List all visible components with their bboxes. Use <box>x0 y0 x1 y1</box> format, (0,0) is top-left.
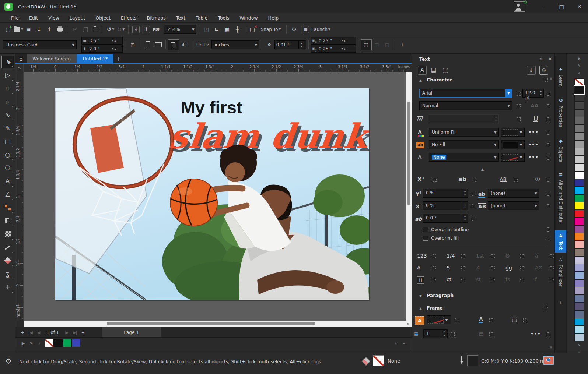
duplicate-y-spinner[interactable]: ▾ ▴ <box>340 47 347 50</box>
frame-tab-icon[interactable]: ⬚ <box>443 67 448 73</box>
units-dropdown[interactable]: inches▼ <box>211 40 259 49</box>
opentype-checkbox[interactable] <box>520 278 524 282</box>
maximize-button[interactable]: □ <box>553 0 570 13</box>
color-eyedropper-tool[interactable] <box>1 241 14 254</box>
columns-checkbox[interactable] <box>451 332 455 336</box>
menu-effects[interactable]: Effects <box>116 13 142 23</box>
frame-color-checkbox[interactable] <box>454 318 458 322</box>
palette-color-swatch[interactable] <box>574 117 584 125</box>
opentype-fi-icon[interactable]: fi <box>417 276 424 284</box>
tab-untitled-document[interactable]: Untitled-1* <box>77 54 113 63</box>
palette-color-swatch[interactable] <box>574 78 584 86</box>
outline-checkbox[interactable] <box>546 156 550 160</box>
caps-icon[interactable]: ab <box>458 176 466 183</box>
vertical-offset-spinner[interactable]: ▴▾ <box>462 189 468 197</box>
shape-tool[interactable]: ▷ <box>1 69 14 81</box>
add-command-button[interactable]: + <box>397 40 407 50</box>
vertical-scrollbar-thumb[interactable] <box>407 102 410 205</box>
menu-text[interactable]: Text <box>171 13 190 23</box>
new-document-button[interactable]: ▢ <box>3 25 13 34</box>
docker-close-icon[interactable]: ✕ <box>548 56 552 61</box>
docker-tab-properties[interactable]: ⚙Properties <box>555 98 567 127</box>
opentype-checkbox[interactable] <box>432 254 436 258</box>
palette-color-swatch[interactable] <box>574 156 584 163</box>
underline-icon[interactable]: U <box>533 115 538 123</box>
snap-disabled-button[interactable]: ▢ <box>248 25 257 34</box>
font-size-field[interactable]: 12.0 pt ▴▾ <box>522 89 544 98</box>
kerning-field[interactable]: ▴▾ <box>429 114 499 123</box>
headline-line2[interactable]: slam dunk <box>167 116 369 156</box>
vertical-offset-checkbox[interactable] <box>471 192 475 196</box>
palette-color-swatch[interactable] <box>574 133 584 140</box>
docker-collapse-icon[interactable]: » <box>540 56 543 61</box>
frame-text-fit-icon[interactable]: A <box>479 316 483 323</box>
palette-color-swatch[interactable] <box>574 179 584 187</box>
palette-color-swatch[interactable] <box>574 202 584 210</box>
nudge-distance-field[interactable]: 0.01 " ▴▾ <box>274 40 306 49</box>
smear-tool[interactable]: ʓ <box>1 268 14 280</box>
opentype-A-icon[interactable]: A <box>417 265 421 271</box>
autofit-page-button[interactable]: ◰ <box>127 40 138 50</box>
outline-width-dropdown[interactable]: None▼ <box>429 153 499 162</box>
publish-to-pdf-button[interactable]: PDF <box>152 25 161 34</box>
font-family-dropdown[interactable]: Arial▼ <box>419 89 512 98</box>
font-style-dropdown[interactable]: Normal▼ <box>419 101 512 110</box>
palette-flyout-icon[interactable]: ▶ <box>19 339 27 347</box>
open-document-button[interactable]: ▼ <box>14 25 23 34</box>
palette-color-swatch[interactable] <box>574 279 584 287</box>
palette-color-swatch[interactable] <box>574 218 584 225</box>
palette-color-swatch[interactable] <box>574 310 584 318</box>
docker-scroll-up-icon[interactable]: ▲ <box>550 76 552 80</box>
menu-bitmaps[interactable]: Bitmaps <box>142 13 171 23</box>
palette-edit-icon[interactable]: ✎ <box>574 64 584 68</box>
palette-color-swatch[interactable] <box>574 272 584 279</box>
document-page[interactable]: My first slam dunk slam dunk <box>55 88 369 300</box>
palette-color-swatch[interactable] <box>574 318 584 326</box>
ellipse-tool[interactable]: ○ <box>1 148 14 161</box>
character-angle-spinner[interactable]: ▴▾ <box>462 214 468 222</box>
palette-color-swatch[interactable] <box>574 140 584 148</box>
frame-color-picker[interactable]: ▼ <box>427 315 451 324</box>
horizontal-scrollbar-thumb[interactable] <box>107 322 315 325</box>
character-header-checkbox[interactable] <box>544 78 548 82</box>
menu-file[interactable]: File <box>6 13 24 23</box>
fill-color-swatch[interactable] <box>373 355 384 366</box>
fill-type-dropdown[interactable]: Uniform Fill▼ <box>429 128 499 137</box>
portrait-button[interactable] <box>143 40 153 50</box>
all-pages-button[interactable]: ılıı <box>179 40 189 50</box>
palette-color-swatch[interactable] <box>574 326 584 334</box>
import-button[interactable]: ↓ <box>131 25 141 34</box>
transparency-tool[interactable] <box>1 228 14 240</box>
palette-color-swatch[interactable] <box>574 148 584 156</box>
dimension-tool[interactable]: ∠ <box>1 188 14 201</box>
opentype-checkbox[interactable] <box>550 278 554 282</box>
frame-alignment-checkbox[interactable] <box>523 318 527 322</box>
open-from-cloud-button[interactable]: ↑ <box>45 25 54 34</box>
zoom-corner-icon[interactable]: ⌕ <box>405 321 411 327</box>
opentype-123-icon[interactable]: 123 <box>417 253 427 259</box>
horizontal-ruler[interactable]: inches1/401/41/23/411 1/41 1/21 3/422 1/… <box>24 64 412 72</box>
frame-header-checkbox[interactable] <box>544 306 548 310</box>
outline-color-picker[interactable]: ▼ <box>501 153 525 162</box>
collapse-frame-icon[interactable]: ▲ <box>419 307 422 310</box>
next-page-button[interactable]: ▶ <box>63 328 71 337</box>
opentype-checkbox[interactable] <box>461 266 465 270</box>
show-rulers-button[interactable]: ∟ <box>212 25 221 34</box>
document-color-swatch[interactable] <box>45 339 54 347</box>
opentype-1-4-icon[interactable]: 1/4 <box>447 253 455 259</box>
treat-as-filled-button[interactable]: ⬚ <box>361 39 372 50</box>
page-height-spinner[interactable]: ▾ ▴ <box>111 47 118 50</box>
horizontal-offset-field[interactable]: 0 % ▴▾ <box>423 201 468 210</box>
character-angle-field[interactable]: 0.0 ° ▴▾ <box>423 214 468 223</box>
zoom-level-dropdown[interactable]: 254%▼ <box>164 25 196 34</box>
ruler-origin-icon[interactable]: ↖ <box>15 64 24 72</box>
opentype-checkbox[interactable] <box>461 254 465 258</box>
first-page-button[interactable]: |◀ <box>27 328 35 337</box>
columns-field[interactable]: 1 ▴▾ <box>423 329 448 338</box>
palette-scroll-up-icon[interactable]: ∧ <box>574 71 584 75</box>
interactive-fill-tool[interactable] <box>1 254 14 267</box>
docker-tab-text[interactable]: AText <box>555 230 567 253</box>
headline-line1[interactable]: My first <box>181 98 242 117</box>
palette-eyedropper-icon[interactable]: ✎ <box>27 339 35 347</box>
menu-view[interactable]: View <box>43 13 64 23</box>
